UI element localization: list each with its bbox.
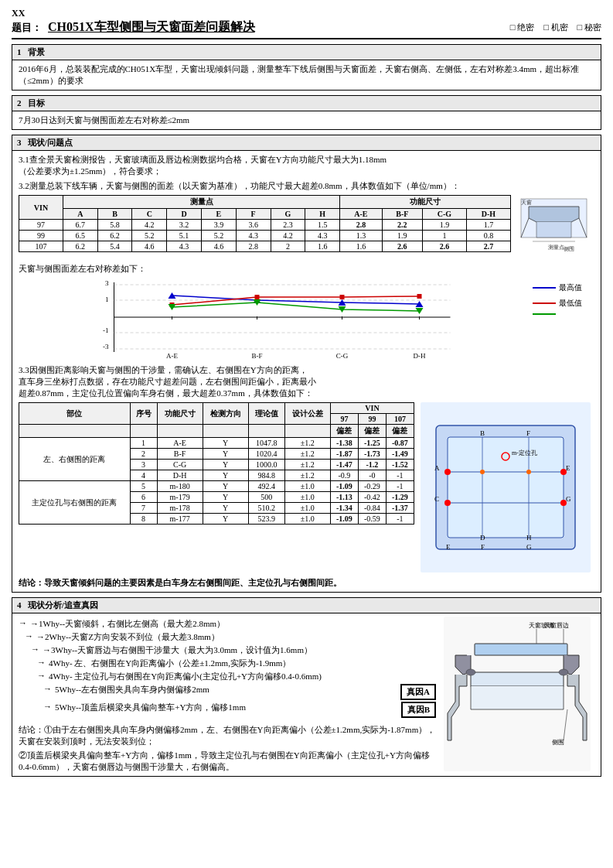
section-33-table-area: 部位 序号 功能尺寸 检测方向 理论值 设计公差 VIN 97 99 107 xyxy=(19,402,594,574)
why-5a-arrow: → xyxy=(43,684,52,693)
td-kongwei: 主定位孔与右侧围的距离 xyxy=(19,481,131,525)
legend-green xyxy=(533,313,594,315)
measurement-table: VIN 测量点 功能尺寸 A B C D E F G H xyxy=(19,195,511,252)
s33-sub1: 直车身三坐标打点数据，存在功能尺寸超差问题，左右侧围间距偏小，距离最小 xyxy=(19,376,594,388)
why-3: → →3Why--天窗唇边与右侧围干涉量大（最大为3.0mm，设计值为1.6mm… xyxy=(19,644,436,656)
section-33: 3.3因侧围距离影响天窗与侧围的干涉量，需确认左、右侧围在Y方向的距离， 直车身… xyxy=(19,364,594,399)
s33-title: 3.3因侧围距离影响天窗与侧围的干涉量，需确认左、右侧围在Y方向的距离， xyxy=(19,364,594,376)
section-4-conclusion-2: ②顶盖后横梁夹具偏向整车+Y方向，偏移1mm，导致主定位孔与右侧围在Y向距离偏小… xyxy=(19,750,436,773)
section-3-conclusion: 结论：导致天窗倾斜问题的主要因素是白车身左右侧围间距、主定位孔与右侧围间距。 xyxy=(19,577,594,589)
section-2-title: 目标 xyxy=(28,98,45,108)
svg-text:G: G xyxy=(566,495,571,503)
table-33-container: 部位 序号 功能尺寸 检测方向 理论值 设计公差 VIN 97 99 107 xyxy=(19,402,414,574)
s32-title: 3.2测量总装下线车辆，天窗与侧围的面差（以天窗为基准），功能尺寸最大超差0.8… xyxy=(19,180,594,192)
why-5b: → 5Why--顶盖后横梁夹具偏向整车+Y方向，偏移1mm 真因B xyxy=(19,702,436,718)
svg-text:F: F xyxy=(526,429,530,437)
measurement-table-container: VIN 测量点 功能尺寸 A B C D E F G H xyxy=(19,195,511,258)
measurement-points-header: 测量点 xyxy=(63,196,339,209)
topic-label: 题目： xyxy=(12,21,42,35)
section-4-layout: → →1Why--天窗倾斜，右侧比左侧高（最大差2.8mm） → →2Why--… xyxy=(19,617,594,773)
legend-lowest-label: 最低值 xyxy=(559,298,582,309)
th-pian1: 偏差 xyxy=(330,425,358,438)
security-classification: □ 绝密 □ 机密 □ 秘密 xyxy=(510,22,601,33)
chart-subtitle: 天窗与侧围面差左右对称差如下： xyxy=(19,263,594,275)
col-h: H xyxy=(305,209,340,220)
svg-point-44 xyxy=(444,469,451,475)
svg-text:m-定位孔: m-定位孔 xyxy=(512,449,537,456)
security-label-3: □ 秘密 xyxy=(577,22,601,33)
section-1-title: 背景 xyxy=(28,47,45,56)
col-dh: D-H xyxy=(466,209,510,220)
reason-b-box: 真因B xyxy=(401,702,436,718)
col-a: A xyxy=(63,209,97,220)
svg-text:E: E xyxy=(446,543,451,551)
section-3-content: 3.1查全景天窗检测报告，天窗玻璃面及唇边检测数据均合格，天窗在Y方向功能尺寸最… xyxy=(12,151,601,592)
svg-point-49 xyxy=(526,470,531,474)
doc-xx-label: XX xyxy=(12,8,601,19)
col-c: C xyxy=(132,209,167,220)
svg-rect-30 xyxy=(255,295,260,299)
table-row: 99 6.5 6.2 5.2 5.1 5.2 4.3 4.2 4.3 1.3 1… xyxy=(19,231,511,241)
table-33: 部位 序号 功能尺寸 检测方向 理论值 设计公差 VIN 97 99 107 xyxy=(19,402,414,525)
th-vin: VIN xyxy=(330,403,414,414)
section-1-number: 1 xyxy=(17,47,22,56)
th-lilun: 理论值 xyxy=(248,403,284,425)
section-2-header: 2 目标 xyxy=(12,96,601,111)
svg-text:侧围: 侧围 xyxy=(552,739,564,746)
why-2-arrow: → xyxy=(25,631,33,641)
document-title: CH051X车型侧围与天窗面差问题解决 xyxy=(48,19,255,36)
section-4-header: 4 现状分析/追查真因 xyxy=(12,598,601,613)
col-f: F xyxy=(236,209,271,220)
svg-rect-31 xyxy=(340,295,345,299)
th-99: 99 xyxy=(358,414,386,425)
section-4: 4 现状分析/追查真因 → →1Why--天窗倾斜，右侧比左侧高（最大差2.8m… xyxy=(12,597,601,777)
col-ae: A-E xyxy=(340,209,383,220)
chart-legend: 最高值 最低值 xyxy=(533,275,594,361)
section-2: 2 目标 7月30日达到天窗与侧围面差左右对称差≤2mm xyxy=(12,95,601,130)
why-4a-text: 4Why- 左、右侧围在Y向距离偏小（公差±1.2mm,实际为-1.9mm） xyxy=(49,658,291,669)
legend-lowest: 最低值 xyxy=(533,298,594,309)
col-cg: C-G xyxy=(422,209,466,220)
vin-99: 99 xyxy=(19,231,63,241)
svg-text:D-H: D-H xyxy=(414,352,426,360)
svg-rect-68 xyxy=(475,644,567,655)
svg-text:-1: -1 xyxy=(103,326,109,334)
why-1: → →1Why--天窗倾斜，右侧比左侧高（最大差2.8mm） xyxy=(19,618,436,630)
svg-text:A: A xyxy=(434,464,440,472)
svg-text:天窗: 天窗 xyxy=(521,200,532,206)
section-1-content: 2016年6月，总装装配完成的CH051X车型，天窗出现倾斜问题，测量整车下线后… xyxy=(12,60,601,90)
reason-a-box: 真因A xyxy=(400,684,436,700)
why-1-text: →1Why--天窗倾斜，右侧比左侧高（最大差2.8mm） xyxy=(30,618,225,630)
col-b: B xyxy=(97,209,132,220)
th-sheji: 设计公差 xyxy=(284,403,330,425)
vin-header: VIN xyxy=(19,196,63,220)
security-label-2: □ 机密 xyxy=(543,22,567,33)
why-5a-text: 5Why--左右侧围夹具向车身内侧偏移2mm xyxy=(55,684,400,695)
section-4-number: 4 xyxy=(17,600,22,610)
measurement-area: VIN 测量点 功能尺寸 A B C D E F G H xyxy=(19,195,594,258)
chart-container: 3 1 -1 -3 A-E B-F C-G D-H xyxy=(19,275,594,361)
section-3: 3 现状/问题点 3.1查全景天窗检测报告，天窗玻璃面及唇边检测数据均合格，天窗… xyxy=(12,135,601,593)
s31-sub: （公差要求为±1.25mm），符合要求； xyxy=(19,166,594,177)
table-row: 97 6.7 5.8 4.2 3.2 3.9 3.6 2.3 1.5 2.8 2… xyxy=(19,220,511,231)
why-3-text: →3Why--天窗唇边与右侧围干涉量大（最大为3.0mm，设计值为1.6mm） xyxy=(43,644,312,656)
why-4a: → 4Why- 左、右侧围在Y向距离偏小（公差±1.2mm,实际为-1.9mm） xyxy=(19,658,436,669)
function-size-header: 功能尺寸 xyxy=(340,196,511,209)
why-5a: → 5Why--左右侧围夹具向车身内侧偏移2mm 真因A xyxy=(19,684,436,700)
col-d: D xyxy=(167,209,202,220)
svg-text:1: 1 xyxy=(105,296,109,303)
section-4-title: 现状分析/追查真因 xyxy=(28,600,98,610)
th-107: 107 xyxy=(386,414,414,425)
section-4-content: → →1Why--天窗倾斜，右侧比左侧高（最大差2.8mm） → →2Why--… xyxy=(12,613,601,776)
sunroof-cross-section: 天窗玻璃 天窗唇边 xyxy=(444,617,594,773)
document-header: XX 题目： CH051X车型侧围与天窗面差问题解决 □ 绝密 □ 机密 □ 秘… xyxy=(12,8,601,39)
td-cewei: 左、右侧围的距离 xyxy=(19,438,131,481)
why-5b-arrow: → xyxy=(43,702,52,711)
section-4-conclusion-1: 结论：①由于左右侧围夹具向车身内侧偏移2mm，左、右侧围在Y向距离偏小（公差±1… xyxy=(19,724,436,747)
svg-text:3: 3 xyxy=(105,279,109,287)
svg-point-46 xyxy=(444,500,451,506)
svg-text:D: D xyxy=(480,534,485,542)
svg-text:侧围: 侧围 xyxy=(564,246,574,252)
why-4a-arrow: → xyxy=(37,658,46,667)
why-1-arrow: → xyxy=(19,618,27,627)
